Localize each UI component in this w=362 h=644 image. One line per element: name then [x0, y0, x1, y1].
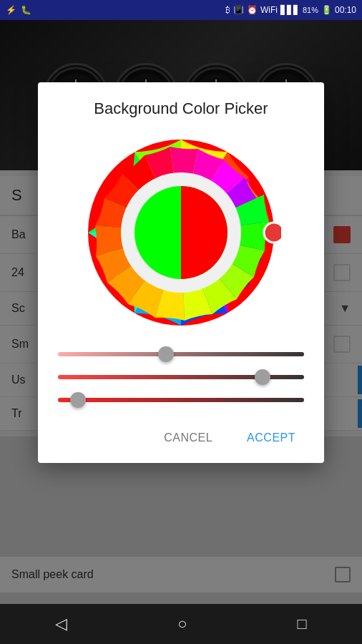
bug-icon: 🐛: [21, 5, 31, 15]
color-picker-dialog: Background Color Picker: [38, 82, 324, 463]
status-bar-right: ₿ 📳 ⏰ WiFi ▋▋▋ 81% 🔋 00:10: [225, 5, 356, 15]
clock: 00:10: [335, 5, 356, 15]
back-button[interactable]: ◁: [55, 615, 67, 633]
bottom-nav: ◁ ○ □: [0, 604, 362, 644]
battery-percentage: 81%: [303, 6, 318, 14]
bluetooth-icon: ₿: [225, 5, 230, 15]
recents-button[interactable]: □: [298, 615, 307, 633]
color-wheel-container[interactable]: [52, 132, 310, 333]
signal-icon: ▋▋▋: [280, 5, 300, 15]
slider-thumb-3[interactable]: [70, 392, 86, 408]
status-bar-left: ⚡ 🐛: [6, 5, 31, 15]
hue-thumb[interactable]: [264, 223, 281, 243]
usb-icon: ⚡: [6, 5, 16, 15]
dialog-buttons: CANCEL ACCEPT: [52, 419, 310, 452]
slider-row-2: [58, 370, 304, 384]
vibrate-icon: 📳: [233, 5, 244, 15]
slider-thumb-1[interactable]: [158, 346, 174, 362]
battery-icon: 🔋: [321, 5, 332, 15]
alarm-icon: ⏰: [247, 5, 258, 15]
slider-row-3: [58, 393, 304, 407]
status-bar: ⚡ 🐛 ₿ 📳 ⏰ WiFi ▋▋▋ 81% 🔋 00:10: [0, 0, 362, 20]
slider-row-1: [58, 347, 304, 361]
cancel-button[interactable]: CANCEL: [150, 424, 227, 452]
sliders-area: [52, 347, 310, 407]
wifi-icon: WiFi: [260, 5, 278, 15]
color-wheel-svg[interactable]: [81, 132, 281, 333]
home-button[interactable]: ○: [177, 615, 187, 633]
accept-button[interactable]: ACCEPT: [233, 424, 310, 452]
dialog-title: Background Color Picker: [52, 99, 310, 118]
slider-thumb-2[interactable]: [255, 369, 270, 385]
